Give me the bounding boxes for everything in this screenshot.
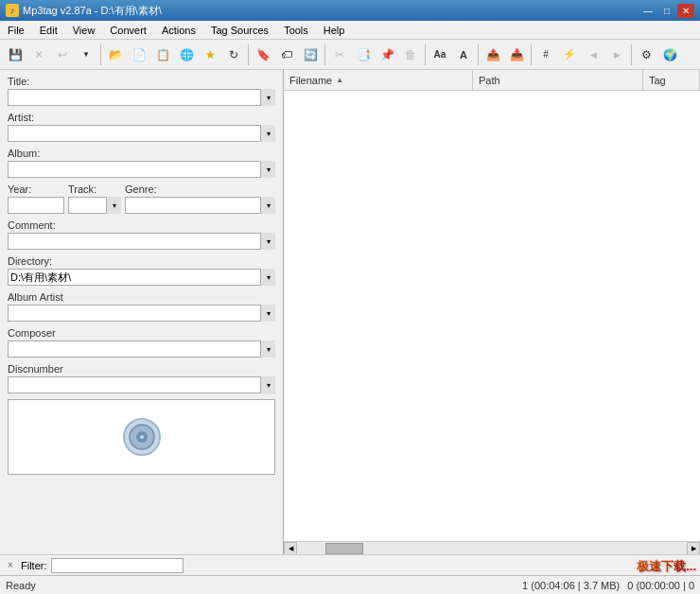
- track-field-group: Track: ▾: [68, 183, 121, 214]
- h-scroll-track[interactable]: [297, 542, 687, 555]
- undo-button[interactable]: ↩: [51, 44, 74, 66]
- maximize-button[interactable]: □: [658, 4, 675, 18]
- cover-art-placeholder-icon: [123, 418, 161, 456]
- copy-files-button[interactable]: 📋: [151, 44, 174, 66]
- open-folder-button[interactable]: 📂: [104, 44, 127, 66]
- open-web-button[interactable]: 🌐: [175, 44, 198, 66]
- title-dropdown-arrow[interactable]: ▾: [260, 89, 275, 106]
- menu-edit[interactable]: Edit: [32, 21, 65, 39]
- comment-dropdown-arrow[interactable]: ▾: [260, 233, 275, 250]
- filename-to-tag-button[interactable]: 🏷: [275, 44, 298, 66]
- filename-sort-arrow: ▲: [336, 76, 343, 84]
- comment-field-group: Comment: ▾: [8, 219, 275, 250]
- settings-button[interactable]: ⚙: [635, 44, 657, 66]
- export-button[interactable]: 📤: [481, 44, 504, 66]
- paste-tag-button[interactable]: 📌: [376, 44, 398, 66]
- menu-actions[interactable]: Actions: [154, 21, 203, 39]
- comment-input-wrap: ▾: [8, 233, 275, 250]
- sep5: [478, 44, 479, 65]
- right-panel: Filename ▲ Path Tag ◀ ▶: [284, 70, 700, 554]
- sep6: [531, 44, 532, 65]
- filter-toggle-button[interactable]: ⚡: [558, 44, 581, 66]
- track-input-wrap: ▾: [68, 197, 121, 214]
- main-area: Title: ▾ Artist: ▾ Album: ▾: [0, 70, 700, 554]
- title-field-group: Title: ▾: [8, 76, 275, 106]
- directory-label: Directory:: [8, 255, 275, 267]
- artist-label: Artist:: [8, 112, 275, 123]
- left-panel-content: Title: ▾ Artist: ▾ Album: ▾: [0, 70, 283, 554]
- col-tag-header[interactable]: Tag: [643, 70, 700, 90]
- year-input[interactable]: [8, 197, 64, 214]
- col-filename-header[interactable]: Filename ▲: [284, 70, 473, 90]
- artist-dropdown-arrow[interactable]: ▾: [260, 125, 275, 142]
- title-bar-left: ♪ Mp3tag v2.87a - D:\有用\素材\: [6, 4, 162, 18]
- cut-tag-button[interactable]: ✂: [328, 44, 351, 66]
- favorites-button[interactable]: ★: [199, 44, 221, 66]
- year-input-wrap: [8, 197, 64, 214]
- status-right: 1 (00:04:06 | 3.7 MB) 0 (00:00:00 | 0: [522, 580, 694, 591]
- composer-input[interactable]: [8, 341, 275, 358]
- menu-view[interactable]: View: [65, 21, 103, 39]
- save-tags-button[interactable]: 💾: [4, 44, 26, 66]
- autonumber-button[interactable]: #: [534, 44, 557, 66]
- title-label: Title:: [8, 76, 275, 87]
- album-artist-input[interactable]: [8, 305, 275, 322]
- menu-tools[interactable]: Tools: [276, 21, 316, 39]
- composer-dropdown-arrow[interactable]: ▾: [260, 341, 275, 358]
- album-artist-dropdown-arrow[interactable]: ▾: [260, 305, 275, 322]
- discnumber-field-group: Discnumber ▾: [8, 363, 275, 393]
- toolbar: 💾 ✕ ↩ ▼ 📂 📄 📋 🌐 ★ ↻ 🔖 🏷 🔄 ✂ 📑 📌 🗑 Aa A 📤…: [0, 40, 700, 70]
- discnumber-dropdown-arrow[interactable]: ▾: [260, 376, 275, 393]
- status-bar: Ready 1 (00:04:06 | 3.7 MB) 0 (00:00:00 …: [0, 575, 700, 594]
- menu-tag-sources[interactable]: Tag Sources: [203, 21, 276, 39]
- row-fields: Year: Track: ▾ Genre:: [8, 183, 275, 214]
- track-dropdown-arrow[interactable]: ▾: [106, 197, 121, 214]
- genre-input[interactable]: [125, 197, 275, 214]
- album-input[interactable]: [8, 161, 275, 178]
- next-button[interactable]: ▶: [605, 44, 628, 66]
- case-button[interactable]: Aa: [429, 44, 451, 66]
- album-input-wrap: ▾: [8, 161, 275, 178]
- refresh-button[interactable]: ↻: [222, 44, 245, 66]
- text-field-button[interactable]: A: [452, 44, 475, 66]
- track-label: Track:: [68, 183, 121, 195]
- comment-input[interactable]: [8, 233, 275, 250]
- minimize-button[interactable]: —: [639, 4, 656, 18]
- import-button[interactable]: 📥: [505, 44, 528, 66]
- h-scroll-right-button[interactable]: ▶: [687, 542, 700, 555]
- h-scroll-area: ◀ ▶: [284, 541, 700, 554]
- title-input[interactable]: [8, 89, 275, 106]
- directory-input[interactable]: [8, 269, 275, 286]
- filter-clear-button[interactable]: ×: [4, 559, 17, 572]
- genre-dropdown-arrow[interactable]: ▾: [260, 197, 275, 214]
- album-label: Album:: [8, 148, 275, 159]
- app-icon: ♪: [6, 4, 19, 17]
- close-button[interactable]: ✕: [677, 4, 694, 18]
- tag-to-tag-button[interactable]: 🔄: [299, 44, 322, 66]
- tag-to-filename-button[interactable]: 🔖: [252, 44, 274, 66]
- file-list-header: Filename ▲ Path Tag: [284, 70, 700, 91]
- h-scroll-thumb[interactable]: [325, 543, 363, 554]
- network-button[interactable]: 🌍: [658, 44, 681, 66]
- album-artist-input-wrap: ▾: [8, 305, 275, 322]
- directory-dropdown-arrow[interactable]: ▾: [260, 269, 275, 286]
- artist-field-group: Artist: ▾: [8, 112, 275, 142]
- menu-convert[interactable]: Convert: [102, 21, 154, 39]
- artist-input[interactable]: [8, 125, 275, 142]
- undo-arrow-button[interactable]: ▼: [75, 44, 97, 66]
- remove-tag-button[interactable]: 🗑: [399, 44, 422, 66]
- open-file-button[interactable]: 📄: [128, 44, 150, 66]
- file-list-body[interactable]: [284, 91, 700, 541]
- album-dropdown-arrow[interactable]: ▾: [260, 161, 275, 178]
- sep1: [100, 44, 101, 65]
- menu-help[interactable]: Help: [316, 21, 353, 39]
- discnumber-input[interactable]: [8, 376, 275, 393]
- remove-tags-button[interactable]: ✕: [27, 44, 50, 66]
- col-path-header[interactable]: Path: [473, 70, 643, 90]
- menu-file[interactable]: File: [0, 21, 32, 39]
- filter-input[interactable]: [51, 558, 184, 573]
- prev-button[interactable]: ◀: [582, 44, 604, 66]
- genre-label: Genre:: [125, 183, 275, 195]
- copy-tag-button[interactable]: 📑: [352, 44, 375, 66]
- h-scroll-left-button[interactable]: ◀: [284, 542, 297, 555]
